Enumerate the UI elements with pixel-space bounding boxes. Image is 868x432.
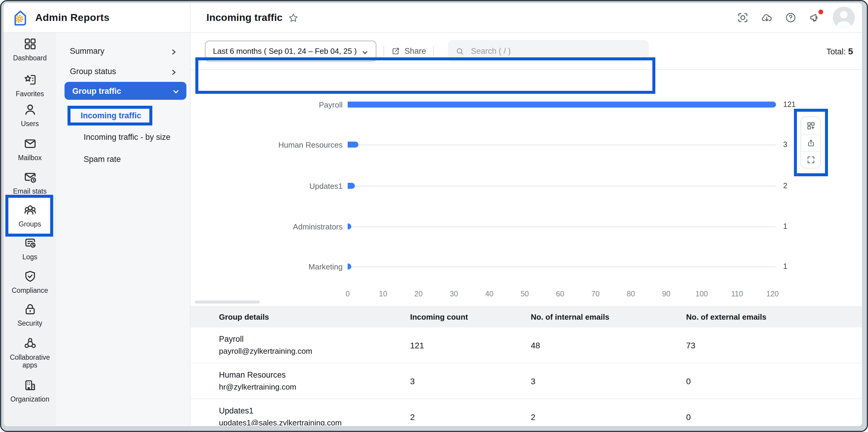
admin-reports-app: Admin Reports Incoming traffic [4, 3, 862, 426]
export-chart-button[interactable] [801, 134, 820, 151]
screen-capture-icon[interactable] [737, 12, 748, 23]
cell-external: 0 [686, 412, 862, 422]
fullscreen-button[interactable] [801, 151, 820, 168]
x-axis-tick-label: 60 [556, 290, 564, 298]
sidebar-item-organization[interactable]: Organization [4, 378, 56, 403]
group-name: Human Resources [219, 369, 410, 381]
users-icon [23, 108, 37, 118]
cell-incoming: 2 [410, 412, 531, 422]
favorites-icon [23, 78, 37, 88]
fullscreen-icon [806, 156, 815, 165]
email-stats-icon [23, 176, 37, 186]
chevron-down-icon [173, 88, 179, 94]
sidebar-item-mailbox[interactable]: Mailbox [4, 137, 56, 162]
sidebar-item-favorites[interactable]: Favorites [4, 73, 56, 98]
main-content: Last 6 months ( Sep 01, 24 – Feb 04, 25 … [190, 33, 862, 425]
toolbar-divider [383, 46, 384, 56]
logs-icon [23, 241, 37, 252]
sidebar-label: Users [4, 120, 56, 128]
sidebar-label: Collaborative apps [4, 354, 56, 369]
x-axis-tick-label: 100 [695, 290, 708, 298]
cell-external: 0 [686, 376, 862, 386]
favorite-star-icon[interactable] [288, 12, 299, 23]
nav-item-incoming-traffic-by-size[interactable]: Incoming traffic - by size [84, 133, 170, 142]
app-logo-icon [11, 9, 29, 27]
bar-category-label: Updates1 [190, 181, 343, 190]
bar-track [348, 180, 776, 192]
nav-label: Incoming traffic [81, 111, 141, 120]
nav-item-spam-rate[interactable]: Spam rate [84, 155, 121, 164]
x-axis-tick-label: 20 [414, 290, 423, 298]
top-actions [737, 7, 862, 29]
sidebar-item-collaborative-apps[interactable]: Collaborative apps [4, 336, 56, 369]
bar-category-label: Marketing [190, 262, 343, 271]
sidebar-label: Logs [4, 253, 56, 261]
total-label: Total: [827, 47, 846, 56]
search-input[interactable] [471, 47, 641, 56]
sidebar-label: Mailbox [4, 154, 56, 162]
chart-horizontal-scrollbar[interactable] [194, 301, 259, 304]
nav-item-group-status[interactable]: Group status [56, 63, 190, 80]
bar-track-line [348, 266, 776, 267]
group-details-table: Group details Incoming count No. of inte… [190, 306, 862, 425]
reports-nav-panel: Summary Group status Group traffic Incom… [56, 33, 190, 425]
table-row: Human Resourceshr@zylkertraining.com330 [190, 363, 862, 399]
user-avatar[interactable] [833, 7, 855, 29]
nav-item-group-traffic[interactable]: Group traffic [64, 82, 186, 100]
cell-internal: 2 [531, 412, 686, 422]
compliance-icon [23, 275, 37, 285]
chevron-down-icon [362, 48, 368, 54]
chart-row: Human Resources3 [190, 138, 862, 151]
column-header-group-details: Group details [190, 312, 410, 321]
sidebar-label: Favorites [4, 90, 56, 98]
share-button[interactable]: Share [391, 47, 426, 56]
collaborative-apps-icon [23, 342, 37, 352]
bar-category-label: Payroll [190, 100, 343, 109]
bar [348, 264, 351, 270]
table-row: Payrollpayroll@zylkertraining.com1214873 [190, 328, 862, 363]
nav-item-incoming-traffic[interactable]: Incoming traffic [67, 106, 153, 125]
date-range-dropdown[interactable]: Last 6 months ( Sep 01, 24 – Feb 04, 25 … [205, 41, 376, 62]
bar-track-line [348, 225, 776, 227]
group-email: payroll@zylkertraining.com [219, 345, 410, 357]
x-axis-tick-label: 50 [521, 290, 529, 298]
notification-badge [818, 9, 823, 14]
announcements-icon[interactable] [809, 12, 820, 23]
sidebar-item-security[interactable]: Security [4, 302, 56, 328]
sidebar-item-dashboard[interactable]: Dashboard [4, 37, 56, 62]
share-icon [391, 47, 400, 56]
sidebar-item-compliance[interactable]: Compliance [4, 270, 56, 295]
search-icon [456, 47, 464, 55]
nav-label: Group traffic [64, 86, 173, 95]
sidebar-item-groups[interactable]: Groups [4, 203, 56, 228]
group-email: hr@zylkertraining.com [219, 381, 410, 393]
cloud-download-icon[interactable] [761, 12, 772, 23]
top-bar: Admin Reports Incoming traffic [4, 3, 862, 33]
search-box[interactable] [448, 40, 649, 62]
toolbar-divider [433, 46, 434, 56]
sidebar-item-email-stats[interactable]: Email stats [4, 170, 56, 195]
bar-value-label: 1 [783, 262, 787, 271]
sidebar-item-users[interactable]: Users [4, 103, 56, 128]
table-row: Updates1updates1@sales.zylkertraining.co… [190, 399, 862, 425]
app-title: Admin Reports [35, 12, 110, 24]
bar-value-label: 3 [783, 141, 787, 149]
sidebar-item-logs[interactable]: Logs [4, 236, 56, 261]
brand: Admin Reports [4, 3, 190, 32]
dashboard-icon [23, 42, 37, 53]
x-axis-tick-label: 10 [379, 290, 388, 298]
bar-track [348, 220, 776, 233]
x-axis-tick-label: 80 [627, 290, 635, 298]
x-axis-tick-label: 90 [662, 290, 671, 298]
chart-row: Marketing1 [190, 260, 862, 273]
add-widget-button[interactable] [801, 117, 820, 134]
nav-item-summary[interactable]: Summary [56, 42, 190, 59]
column-header-incoming-count: Incoming count [410, 312, 531, 321]
chart-row: Payroll121 [190, 99, 862, 111]
help-icon[interactable] [785, 12, 796, 23]
sidebar-label: Security [4, 320, 56, 328]
chevron-right-icon [170, 68, 177, 74]
cell-external: 73 [686, 340, 862, 350]
nav-label: Spam rate [84, 155, 121, 164]
organization-icon [23, 383, 37, 394]
